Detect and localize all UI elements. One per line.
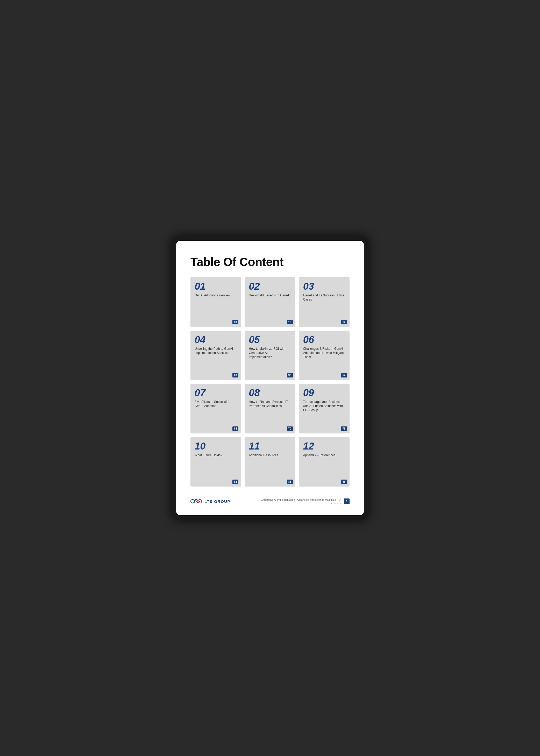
lts-logo-icon [191, 498, 202, 505]
toc-card-12[interactable]: 12Appendix – References85 [299, 437, 349, 487]
toc-card-01[interactable]: 01GenAI Adoption Overview03 [191, 277, 241, 327]
toc-title-12: Appendix – References [303, 453, 345, 484]
footer-subtitle-block: Generative AI Implementation | Actionabl… [261, 498, 341, 504]
toc-card-03[interactable]: 03GenAI and Its Successful Use Cases14 [299, 277, 349, 327]
toc-number-02: 02 [249, 281, 291, 291]
toc-title-10: What Future Holds? [195, 453, 237, 484]
toc-number-06: 06 [303, 335, 345, 344]
footer-company: LTS Group [261, 502, 341, 504]
toc-card-11[interactable]: 11Additional Resources83 [245, 437, 295, 487]
toc-number-10: 10 [195, 441, 237, 451]
toc-page-08: 70 [287, 427, 293, 431]
toc-title-01: GenAI Adoption Overview [195, 293, 237, 324]
toc-card-06[interactable]: 06Challenges & Risks in GenAI Adoption a… [299, 330, 349, 380]
toc-number-09: 09 [303, 388, 345, 398]
svg-point-0 [191, 499, 194, 503]
toc-page-09: 78 [341, 427, 347, 431]
toc-page-05: 36 [287, 373, 293, 377]
toc-number-11: 11 [249, 441, 291, 451]
page-wrapper: Table Of Content 01GenAI Adoption Overvi… [172, 236, 368, 520]
toc-card-05[interactable]: 05How to Maximize ROI with Generative AI… [245, 330, 295, 380]
toc-number-05: 05 [249, 335, 291, 344]
footer-subtitle: Generative AI Implementation | Actionabl… [261, 498, 341, 502]
page-inner: Table Of Content 01GenAI Adoption Overvi… [176, 241, 364, 515]
toc-page-10: 82 [232, 479, 238, 484]
toc-title-04: Unveiling the Path to GenAI Implementati… [195, 347, 237, 377]
toc-title-08: How to Find and Evaluate IT Partner's AI… [249, 400, 291, 430]
toc-page-06: 54 [341, 373, 347, 377]
toc-number-04: 04 [195, 335, 237, 344]
toc-title-06: Challenges & Risks in GenAI Adoption and… [303, 347, 345, 377]
toc-page-07: 64 [232, 427, 238, 431]
toc-page-12: 85 [341, 479, 347, 484]
toc-card-09[interactable]: 09Turbocharge Your Business with AI-Fuel… [299, 384, 349, 434]
toc-card-10[interactable]: 10What Future Holds?82 [191, 437, 241, 487]
footer-page-number: 1 [344, 498, 349, 504]
footer: LTS GROUP Generative AI Implementation |… [191, 494, 349, 505]
toc-title-02: Real-world Benefits of GenAI [249, 293, 291, 324]
footer-right: Generative AI Implementation | Actionabl… [261, 498, 349, 504]
toc-page-03: 14 [341, 320, 347, 324]
logo-text: LTS GROUP [204, 499, 230, 504]
toc-grid: 01GenAI Adoption Overview0302Real-world … [191, 277, 349, 487]
toc-number-08: 08 [249, 388, 291, 398]
toc-page-11: 83 [287, 479, 293, 484]
toc-page-01: 03 [232, 320, 238, 324]
logo-area: LTS GROUP [191, 498, 230, 505]
toc-page-02: 10 [287, 320, 293, 324]
toc-number-01: 01 [195, 281, 237, 291]
toc-title-03: GenAI and Its Successful Use Cases [303, 293, 345, 324]
toc-card-04[interactable]: 04Unveiling the Path to GenAI Implementa… [191, 330, 241, 380]
toc-title-07: Five Pillars of Successful GenAI Adoptio… [195, 400, 237, 430]
toc-title-09: Turbocharge Your Business with AI-Fueled… [303, 400, 345, 430]
toc-title-05: How to Maximize ROI with Generative AI I… [249, 347, 291, 377]
toc-number-07: 07 [195, 388, 237, 398]
page-title: Table Of Content [191, 255, 349, 269]
toc-title-11: Additional Resources [249, 453, 291, 484]
toc-card-07[interactable]: 07Five Pillars of Successful GenAI Adopt… [191, 384, 241, 434]
toc-number-03: 03 [303, 281, 345, 291]
toc-card-08[interactable]: 08How to Find and Evaluate IT Partner's … [245, 384, 295, 434]
toc-card-02[interactable]: 02Real-world Benefits of GenAI10 [245, 277, 295, 327]
toc-number-12: 12 [303, 441, 345, 451]
toc-page-04: 26 [232, 373, 238, 377]
